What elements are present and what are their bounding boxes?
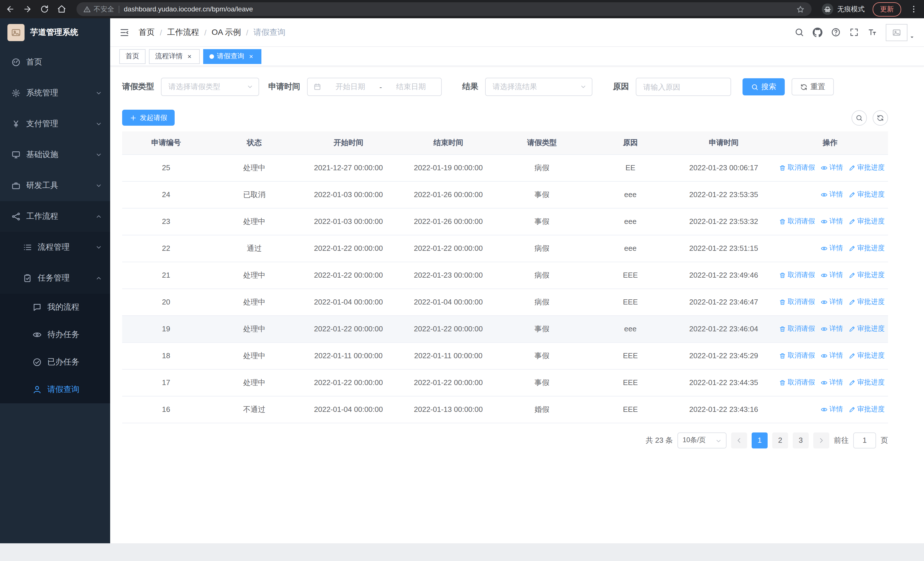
progress-link[interactable]: 审批进度 xyxy=(849,270,885,280)
cancel-leave-link[interactable]: 取消请假 xyxy=(779,217,815,226)
sidebar-logo[interactable]: 芋道管理系统 xyxy=(0,18,110,47)
search-button[interactable]: 搜索 xyxy=(742,78,785,95)
breadcrumb-item[interactable]: 工作流程 xyxy=(167,27,199,38)
progress-link[interactable]: 审批进度 xyxy=(849,244,885,253)
security-indicator[interactable]: 不安全 xyxy=(83,4,114,14)
progress-label: 审批进度 xyxy=(857,324,885,334)
progress-link[interactable]: 审批进度 xyxy=(849,378,885,387)
table-row[interactable]: 16不通过2022-01-04 00:00:002022-01-13 00:00… xyxy=(122,396,888,423)
tab-leave-query[interactable]: 请假查询× xyxy=(203,49,261,64)
browser-forward-icon[interactable] xyxy=(23,5,32,14)
sidebar-item-payment[interactable]: 支付管理 xyxy=(0,108,110,139)
detail-link[interactable]: 详情 xyxy=(821,297,843,307)
cell-type: 病假 xyxy=(498,154,585,181)
next-page-button[interactable] xyxy=(813,432,829,448)
detail-link[interactable]: 详情 xyxy=(821,270,843,280)
detail-link[interactable]: 详情 xyxy=(821,405,843,414)
cancel-leave-link[interactable]: 取消请假 xyxy=(779,324,815,334)
font-size-icon[interactable] xyxy=(867,27,877,37)
detail-link[interactable]: 详情 xyxy=(821,217,843,226)
sidebar-item-todo-tasks[interactable]: 待办任务 xyxy=(0,321,110,349)
leave-type-select[interactable]: 请选择请假类型 xyxy=(161,78,259,96)
page-button-1[interactable]: 1 xyxy=(752,432,768,448)
detail-link[interactable]: 详情 xyxy=(821,190,843,199)
cancel-leave-link[interactable]: 取消请假 xyxy=(779,297,815,307)
table-row[interactable]: 19处理中2022-01-22 00:00:002022-01-22 00:00… xyxy=(122,315,888,342)
detail-link[interactable]: 详情 xyxy=(821,378,843,387)
detail-link[interactable]: 详情 xyxy=(821,351,843,361)
table-row[interactable]: 24已取消2022-01-03 00:00:002022-01-26 00:00… xyxy=(122,181,888,208)
cancel-leave-link[interactable]: 取消请假 xyxy=(779,270,815,280)
fullscreen-icon[interactable] xyxy=(849,27,859,37)
table-row[interactable]: 25处理中2021-12-27 00:00:002022-01-19 00:00… xyxy=(122,154,888,181)
question-icon[interactable] xyxy=(831,27,841,37)
table-row[interactable]: 22通过2022-01-22 00:00:002022-01-22 00:00:… xyxy=(122,235,888,262)
breadcrumb-item[interactable]: 首页 xyxy=(139,27,154,38)
sidebar-item-workflow[interactable]: 工作流程 xyxy=(0,201,110,232)
create-leave-button[interactable]: 发起请假 xyxy=(122,110,175,126)
reason-input[interactable] xyxy=(636,78,731,96)
progress-link[interactable]: 审批进度 xyxy=(849,217,885,226)
detail-link[interactable]: 详情 xyxy=(821,324,843,334)
cell-id: 19 xyxy=(122,315,210,342)
browser-menu-icon[interactable] xyxy=(909,5,918,14)
progress-link[interactable]: 审批进度 xyxy=(849,297,885,307)
page-button-2[interactable]: 2 xyxy=(772,432,788,448)
eye-icon xyxy=(821,379,828,386)
apply-time-range-picker[interactable]: 开始日期 - 结束日期 xyxy=(307,78,442,96)
refresh-table-button[interactable] xyxy=(873,110,888,125)
cancel-leave-link[interactable]: 取消请假 xyxy=(779,378,815,387)
browser-reload-icon[interactable] xyxy=(40,5,49,14)
update-button[interactable]: 更新 xyxy=(873,2,901,16)
table-row[interactable]: 17处理中2022-01-22 00:00:002022-01-22 00:00… xyxy=(122,369,888,396)
sidebar-collapse-icon[interactable] xyxy=(119,27,129,38)
table-row[interactable]: 18处理中2022-01-11 00:00:002022-01-11 00:00… xyxy=(122,342,888,369)
bookmark-star-icon[interactable] xyxy=(796,5,805,14)
prev-page-button[interactable] xyxy=(731,432,747,448)
cancel-leave-link[interactable]: 取消请假 xyxy=(779,351,815,361)
user-menu[interactable] xyxy=(886,24,915,41)
progress-link[interactable]: 审批进度 xyxy=(849,190,885,199)
progress-link[interactable]: 审批进度 xyxy=(849,324,885,334)
sidebar-item-home[interactable]: 首页 xyxy=(0,47,110,78)
tab-process-detail[interactable]: 流程详情× xyxy=(149,49,200,64)
reset-button[interactable]: 重置 xyxy=(792,78,834,95)
progress-link[interactable]: 审批进度 xyxy=(849,351,885,361)
tab-home[interactable]: 首页 xyxy=(119,49,146,64)
sidebar-item-done-tasks[interactable]: 已办任务 xyxy=(0,349,110,376)
progress-link[interactable]: 审批进度 xyxy=(849,405,885,414)
result-select[interactable]: 请选择流结果 xyxy=(485,78,592,96)
table-row[interactable]: 20处理中2022-01-04 00:00:002022-01-04 00:00… xyxy=(122,289,888,315)
workflow-icon xyxy=(11,212,21,221)
browser-home-icon[interactable] xyxy=(57,5,66,14)
edit-icon xyxy=(849,272,855,278)
search-icon[interactable] xyxy=(795,27,804,37)
sidebar-item-process-management[interactable]: 流程管理 xyxy=(0,232,110,263)
sidebar-item-leave-query[interactable]: 请假查询 xyxy=(0,376,110,403)
table-row[interactable]: 21处理中2022-01-22 00:00:002022-01-23 00:00… xyxy=(122,262,888,289)
sidebar-item-infrastructure[interactable]: 基础设施 xyxy=(0,139,110,170)
progress-link[interactable]: 审批进度 xyxy=(849,163,885,173)
breadcrumb-item[interactable]: OA 示例 xyxy=(212,27,241,38)
tab-close-icon[interactable]: × xyxy=(247,52,255,60)
sidebar-item-label: 系统管理 xyxy=(26,88,90,98)
cancel-leave-link[interactable]: 取消请假 xyxy=(779,163,815,173)
table-row[interactable]: 23处理中2022-01-03 00:00:002022-01-26 00:00… xyxy=(122,208,888,235)
goto-page-input[interactable] xyxy=(853,432,876,448)
page-size-select[interactable]: 10条/页 xyxy=(678,432,726,448)
toggle-search-button[interactable] xyxy=(852,110,867,125)
cell-end: 2022-01-22 00:00:00 xyxy=(398,369,498,396)
sidebar-item-my-process[interactable]: 我的流程 xyxy=(0,294,110,321)
tab-close-icon[interactable]: × xyxy=(186,52,194,60)
detail-link[interactable]: 详情 xyxy=(821,244,843,253)
sidebar-item-task-management[interactable]: 任务管理 xyxy=(0,263,110,294)
detail-link[interactable]: 详情 xyxy=(821,163,843,173)
url-text[interactable]: dashboard.yudao.iocoder.cn/bpm/oa/leave xyxy=(124,5,792,13)
page-button-3[interactable]: 3 xyxy=(793,432,809,448)
address-bar[interactable]: 不安全 dashboard.yudao.iocoder.cn/bpm/oa/le… xyxy=(76,2,812,16)
suitcase-icon xyxy=(11,181,21,190)
sidebar-item-system[interactable]: 系统管理 xyxy=(0,78,110,108)
browser-back-icon[interactable] xyxy=(6,5,15,14)
github-icon[interactable] xyxy=(813,27,822,37)
sidebar-item-dev-tools[interactable]: 研发工具 xyxy=(0,170,110,201)
